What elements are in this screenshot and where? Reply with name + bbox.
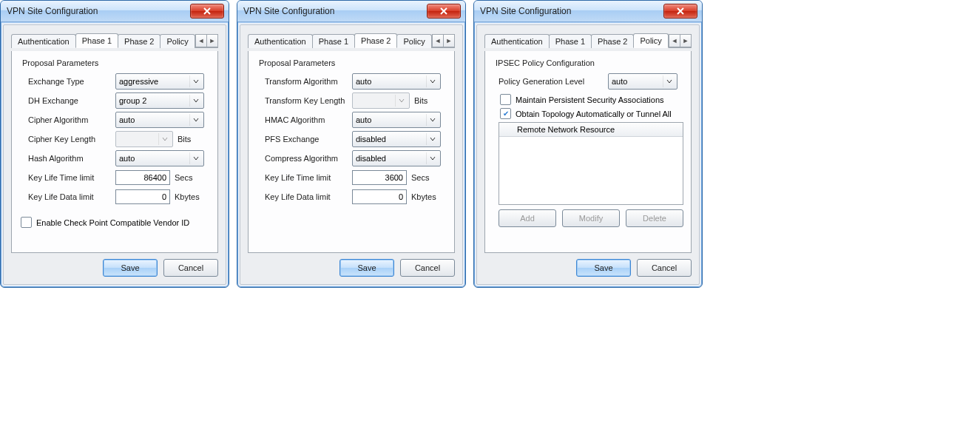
label-obtain-topology: Obtain Topology Automatically or Tunnel … bbox=[516, 110, 672, 118]
tab-policy[interactable]: Policy bbox=[396, 34, 431, 48]
tab-phase1[interactable]: Phase 1 bbox=[549, 34, 592, 48]
tab-policy[interactable]: Policy bbox=[633, 33, 668, 48]
label-key-life-time: Key Life Time limit bbox=[28, 173, 115, 182]
cancel-button[interactable]: Cancel bbox=[163, 259, 218, 277]
tab-authentication[interactable]: Authentication bbox=[11, 34, 76, 48]
combo-compress-algorithm[interactable]: disabled bbox=[352, 150, 441, 166]
label-dh-exchange: DH Exchange bbox=[28, 96, 115, 105]
label-key-life-data: Key Life Data limit bbox=[28, 192, 115, 201]
window-policy: VPN Site Configuration Authentication Ph… bbox=[473, 0, 703, 288]
tab-scroll-left[interactable]: ◄ bbox=[432, 34, 444, 47]
chevron-down-icon bbox=[189, 75, 202, 87]
combo-policy-generation[interactable]: auto bbox=[608, 73, 677, 90]
input-key-life-data[interactable] bbox=[115, 189, 170, 204]
input-key-life-time[interactable] bbox=[115, 170, 170, 185]
tabpage-phase1: Proposal Parameters Exchange Type aggres… bbox=[11, 51, 218, 253]
tab-phase2[interactable]: Phase 2 bbox=[591, 34, 634, 48]
chevron-down-icon bbox=[426, 152, 439, 164]
chevron-down-icon bbox=[663, 75, 675, 87]
delete-button[interactable]: Delete bbox=[626, 209, 683, 227]
tab-phase2[interactable]: Phase 2 bbox=[354, 33, 397, 48]
close-button[interactable] bbox=[190, 4, 224, 18]
tab-authentication[interactable]: Authentication bbox=[484, 34, 550, 48]
label-transform-algorithm: Transform Algorithm bbox=[265, 77, 352, 86]
tab-policy[interactable]: Policy bbox=[160, 34, 195, 48]
checkbox-persistent-sa[interactable] bbox=[500, 94, 511, 105]
label-vendor-id: Enable Check Point Compatible Vendor ID bbox=[36, 218, 189, 227]
chevron-down-icon bbox=[158, 133, 171, 145]
tabstrip: Authentication Phase 1 Phase 2 Policy ◄ … bbox=[248, 33, 455, 48]
combo-pfs-exchange[interactable]: disabled bbox=[352, 131, 441, 147]
chevron-down-icon bbox=[189, 114, 202, 126]
unit-kbytes: Kbytes bbox=[175, 192, 200, 201]
chevron-down-icon bbox=[426, 75, 439, 87]
tab-phase2[interactable]: Phase 2 bbox=[118, 34, 160, 48]
tab-scroll-left[interactable]: ◄ bbox=[669, 34, 680, 47]
combo-exchange-type[interactable]: aggressive bbox=[115, 73, 204, 90]
tab-scroll-right[interactable]: ► bbox=[443, 34, 455, 47]
chevron-down-icon bbox=[189, 152, 202, 164]
client-area: Authentication Phase 1 Phase 2 Policy ◄ … bbox=[476, 24, 700, 285]
tab-scroll-right[interactable]: ► bbox=[206, 34, 218, 47]
group-title: Proposal Parameters bbox=[259, 58, 447, 67]
modify-button[interactable]: Modify bbox=[562, 209, 620, 227]
label-exchange-type: Exchange Type bbox=[28, 77, 115, 86]
unit-bits: Bits bbox=[178, 135, 191, 144]
label-transform-key-length: Transform Key Length bbox=[265, 96, 352, 105]
label-cipher-key-length: Cipher Key Length bbox=[28, 135, 115, 144]
save-button[interactable]: Save bbox=[103, 259, 158, 277]
cancel-button[interactable]: Cancel bbox=[400, 259, 455, 277]
label-key-life-time: Key Life Time limit bbox=[265, 173, 352, 182]
unit-secs: Secs bbox=[411, 173, 429, 182]
combo-transform-algorithm[interactable]: auto bbox=[352, 73, 441, 90]
group-title: IPSEC Policy Configuration bbox=[496, 58, 683, 67]
window-phase2: VPN Site Configuration Authentication Ph… bbox=[237, 0, 466, 288]
label-persistent-sa: Maintain Persistent Security Association… bbox=[516, 95, 664, 104]
titlebar[interactable]: VPN Site Configuration bbox=[237, 1, 465, 22]
tab-authentication[interactable]: Authentication bbox=[248, 34, 313, 48]
tab-scroll-left[interactable]: ◄ bbox=[195, 34, 207, 47]
tab-phase1[interactable]: Phase 1 bbox=[75, 33, 118, 48]
list-header: Remote Network Resource bbox=[499, 123, 683, 137]
unit-secs: Secs bbox=[175, 173, 192, 182]
input-key-life-data[interactable] bbox=[352, 189, 407, 204]
tabpage-policy: IPSEC Policy Configuration Policy Genera… bbox=[484, 51, 692, 253]
combo-dh-exchange[interactable]: group 2 bbox=[115, 92, 204, 109]
label-compress-algorithm: Compress Algorithm bbox=[265, 154, 352, 163]
group-title: Proposal Parameters bbox=[22, 58, 210, 67]
label-pfs-exchange: PFS Exchange bbox=[265, 135, 352, 144]
listbox-remote-network[interactable]: Remote Network Resource bbox=[499, 122, 683, 205]
save-button[interactable]: Save bbox=[339, 259, 394, 277]
add-button[interactable]: Add bbox=[499, 209, 556, 227]
combo-transform-key-length bbox=[352, 92, 410, 109]
tabstrip: Authentication Phase 1 Phase 2 Policy ◄ … bbox=[11, 33, 218, 48]
save-button[interactable]: Save bbox=[576, 259, 631, 277]
titlebar[interactable]: VPN Site Configuration bbox=[1, 1, 229, 22]
window-title: VPN Site Configuration bbox=[479, 6, 663, 16]
chevron-down-icon bbox=[395, 95, 408, 107]
checkbox-vendor-id[interactable] bbox=[21, 217, 32, 228]
unit-bits: Bits bbox=[414, 96, 428, 105]
label-policy-generation: Policy Generation Level bbox=[499, 77, 608, 86]
label-key-life-data: Key Life Data limit bbox=[265, 192, 352, 201]
unit-kbytes: Kbytes bbox=[411, 192, 436, 201]
input-key-life-time[interactable] bbox=[352, 170, 407, 185]
client-area: Authentication Phase 1 Phase 2 Policy ◄ … bbox=[3, 24, 226, 285]
close-button[interactable] bbox=[427, 4, 461, 18]
close-button[interactable] bbox=[663, 4, 697, 18]
checkbox-obtain-topology[interactable] bbox=[500, 108, 511, 119]
tab-phase1[interactable]: Phase 1 bbox=[312, 34, 355, 48]
combo-cipher-algorithm[interactable]: auto bbox=[115, 112, 204, 128]
chevron-down-icon bbox=[189, 95, 202, 107]
label-cipher-algorithm: Cipher Algorithm bbox=[28, 115, 115, 124]
combo-hash-algorithm[interactable]: auto bbox=[115, 150, 204, 166]
titlebar[interactable]: VPN Site Configuration bbox=[474, 1, 702, 22]
combo-cipher-key-length bbox=[115, 131, 173, 147]
combo-hmac-algorithm[interactable]: auto bbox=[352, 112, 441, 128]
tab-scroll-right[interactable]: ► bbox=[680, 34, 692, 47]
window-title: VPN Site Configuration bbox=[242, 6, 427, 16]
window-phase1: VPN Site Configuration Authentication Ph… bbox=[0, 0, 229, 288]
chevron-down-icon bbox=[426, 114, 439, 126]
cancel-button[interactable]: Cancel bbox=[637, 259, 692, 277]
chevron-down-icon bbox=[426, 133, 439, 145]
